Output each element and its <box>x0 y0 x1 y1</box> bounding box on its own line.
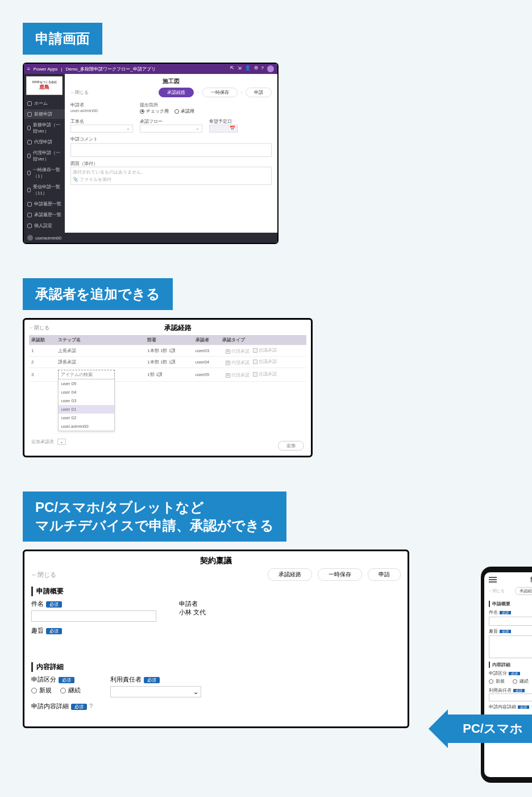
sidebar-item-approve-history[interactable]: 承認履歴一覧 <box>24 210 65 220</box>
chevron-down-icon[interactable]: ⌄ <box>57 439 66 445</box>
radio-icon <box>31 688 37 693</box>
required-badge: 必須 <box>509 672 520 675</box>
radio-icon <box>140 109 144 114</box>
site-label: 工事名 <box>70 118 133 125</box>
sidebar-item-new-bulk[interactable]: 新規申請（一括Ver） <box>24 120 65 136</box>
app-route: ←閉じる 承認経路 承認順ステップ名部署承認者承認タイプ 1上長承認1本部 1部… <box>23 318 313 457</box>
product-name: Power Apps <box>34 67 58 72</box>
purpose-label: 趣旨 <box>31 627 44 634</box>
site-select[interactable]: ⌄ <box>70 125 133 133</box>
approver-search[interactable]: アイテムの検索 user 05 user 04 user 03 user 01 … <box>58 370 143 379</box>
radio-check[interactable]: チェック用 <box>140 108 169 114</box>
radio-cont[interactable]: 継続 <box>513 678 529 684</box>
settings-icon[interactable]: ⚙ <box>254 65 258 72</box>
required-badge: 必須 <box>513 689 525 692</box>
sidebar-item-inbox[interactable]: 受信申請一覧（11） <box>24 182 65 198</box>
calendar-icon: 📅 <box>230 126 235 131</box>
proxy-check[interactable]: 代理承認 <box>226 360 250 366</box>
comment-input[interactable] <box>70 143 272 157</box>
route-table: 承認順ステップ名部署承認者承認タイプ 1上長承認1本部 1部 1課user03 … <box>29 335 306 452</box>
list-item[interactable]: user 01 <box>59 405 114 414</box>
subject-input[interactable] <box>489 617 532 626</box>
date-input[interactable]: 📅 <box>209 125 238 133</box>
radio-icon <box>513 679 517 684</box>
list-item[interactable]: user 03 <box>59 397 114 405</box>
owner-select[interactable]: ⌄ <box>110 686 201 697</box>
close-button[interactable]: ←閉じる <box>31 571 56 579</box>
checkbox-icon <box>253 372 257 377</box>
add-button[interactable]: 追加 <box>278 441 304 451</box>
radio-cont[interactable]: 継続 <box>60 686 81 695</box>
radio-review[interactable]: 承認用 <box>174 108 194 114</box>
gear-icon <box>27 224 32 228</box>
list-icon <box>27 213 32 217</box>
step-route[interactable]: 承認経路 <box>159 88 194 97</box>
section-detail: 内容詳細 <box>31 662 401 672</box>
section-3: PC/スマホ/タブレットなど マルチデバイスで申請、承認ができる 契約稟議 ←閉… <box>23 492 509 728</box>
action-route[interactable]: 承認経路 <box>268 568 312 581</box>
table-row: 3 アイテムの検索 user 05 user 04 user 03 user 0… <box>29 368 306 382</box>
proxy-check[interactable]: 代理承認 <box>226 372 250 378</box>
action-apply[interactable]: 申請 <box>368 568 401 581</box>
checkbox-icon <box>226 361 230 365</box>
radio-new[interactable]: 新規 <box>489 678 505 684</box>
hamburger-icon[interactable]: ≡ <box>27 67 30 72</box>
applicant-label: 申請者 <box>179 600 206 608</box>
open-icon[interactable]: ⇱ <box>230 65 234 72</box>
list-item[interactable]: user 02 <box>59 414 114 422</box>
sidebar-item-apply-history[interactable]: 申請履歴一覧 <box>24 199 65 209</box>
action-draft[interactable]: 一時保存 <box>318 568 362 581</box>
help-icon[interactable]: ? <box>261 65 264 72</box>
flow-select[interactable]: ⌄ <box>140 125 202 133</box>
circ-check[interactable]: 合議承認 <box>253 371 277 377</box>
attach-placeholder: 添付されているものはありません。 <box>73 169 269 175</box>
purpose-label: 趣旨 <box>489 629 498 634</box>
section-tag-1: 申請画面 <box>23 23 102 55</box>
sidebar: 100年をつくる会社 鹿島 ホーム 新規申請 新規申請（一括Ver） 代理申請 … <box>24 74 65 233</box>
close-button[interactable]: ←閉じる <box>29 324 49 332</box>
list-item[interactable]: user 05 <box>59 379 114 388</box>
user-icon[interactable]: 👤 <box>245 65 251 72</box>
radio-icon <box>174 109 179 114</box>
owner-select[interactable]: ⌄ <box>489 693 532 701</box>
attach-action[interactable]: ファイルを添付 <box>80 177 111 182</box>
applicant-value: 小林 文代 <box>179 608 206 617</box>
page-title: 契約稟議 <box>497 576 532 584</box>
attach-area[interactable]: 添付されているものはありません。 📎 ファイルを添付 <box>70 167 272 185</box>
step-draft[interactable]: 一時保存 <box>202 88 238 97</box>
subject-input[interactable] <box>31 610 156 622</box>
category-label: 申請区分 <box>31 676 56 683</box>
avatar-icon[interactable] <box>267 65 274 72</box>
step-apply[interactable]: 申請 <box>246 88 272 97</box>
circ-check[interactable]: 合議承認 <box>253 347 277 353</box>
sidebar-item-home[interactable]: ホーム <box>24 98 65 108</box>
checkbox-icon <box>226 373 230 378</box>
hamburger-icon[interactable] <box>489 577 497 583</box>
action-route[interactable]: 承認経路 <box>515 587 532 595</box>
section-overview: 申請概要 <box>489 601 532 607</box>
section-tag-3: PC/スマホ/タブレットなど マルチデバイスで申請、承認ができる <box>23 492 286 542</box>
search-input[interactable]: アイテムの検索 <box>58 370 115 379</box>
sidebar-item-drafts[interactable]: 一時保存一覧（1） <box>24 165 65 181</box>
required-badge: 必須 <box>500 611 511 614</box>
purpose-input[interactable] <box>489 635 532 658</box>
sidebar-item-proxy-bulk[interactable]: 代理申請（一括Ver） <box>24 148 65 164</box>
close-button[interactable]: ←閉じる <box>70 89 89 96</box>
table-row: 1上長承認1本部 1部 1課user03 代理承認合議承認 <box>29 345 306 357</box>
list-item[interactable]: user.admin00 <box>59 422 114 431</box>
table-row: 2課長承認1本部 1部 1課user04 代理承認合議承認 <box>29 357 306 368</box>
sidebar-item-settings[interactable]: 個人設定 <box>24 221 65 230</box>
proxy-check[interactable]: 代理承認 <box>226 348 250 354</box>
content-label: 申請内容詳細 <box>31 703 69 709</box>
sidebar-item-proxy[interactable]: 代理申請 <box>24 137 65 147</box>
sidebar-item-new[interactable]: 新規申請 <box>24 109 65 119</box>
fit-icon[interactable]: ⇲ <box>238 65 242 72</box>
required-badge: 必須 <box>518 705 529 709</box>
radio-new[interactable]: 新規 <box>31 686 52 695</box>
circ-check[interactable]: 合議承認 <box>253 358 277 365</box>
list-item[interactable]: user 04 <box>59 388 114 397</box>
help-icon[interactable]: ? <box>89 703 93 709</box>
section-1: 申請画面 ≡ Power Apps | Demo_多段階申請ワークフロー_申請ア… <box>23 23 509 244</box>
close-button[interactable]: ←閉じる <box>489 588 505 594</box>
radio-icon <box>489 679 493 684</box>
